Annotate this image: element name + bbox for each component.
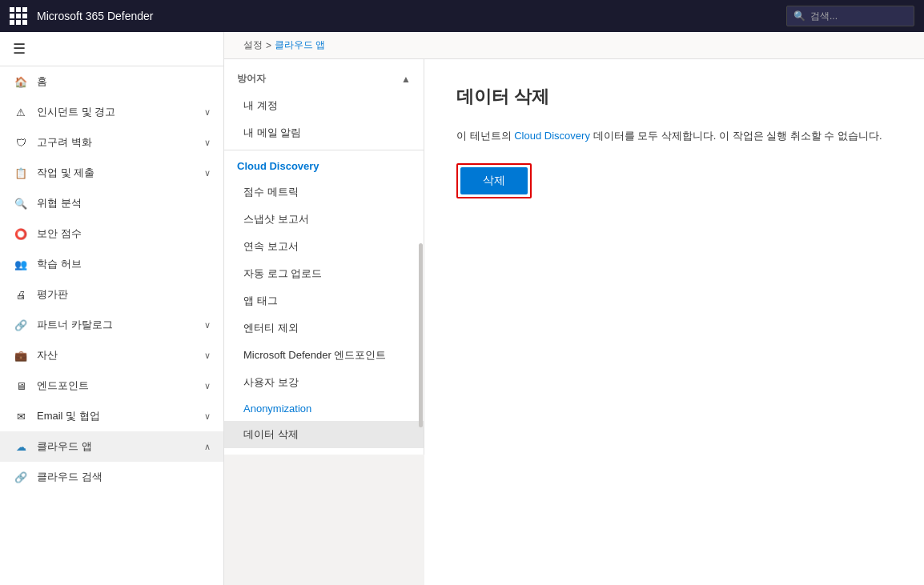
sidebar-label-score: 보안 점수	[37, 226, 211, 241]
defender-label: 방어자	[237, 72, 266, 86]
cloudsearch-icon: 🔗	[13, 469, 29, 485]
sidebar-label-home: 홈	[37, 74, 211, 89]
sidebar-item-task[interactable]: 📋 작업 및 제출 ∨	[0, 158, 223, 188]
app-grid-icon[interactable]	[10, 7, 27, 25]
sidebar-label-endpoint: 엔드포인트	[37, 379, 196, 393]
sidebar-label-task: 작업 및 제출	[37, 166, 196, 180]
breadcrumb-cloud: 클라우드 앱	[275, 38, 325, 52]
sidebar-item-learn[interactable]: 👥 학습 허브	[0, 249, 223, 279]
chevron-down-icon: ∨	[204, 320, 211, 331]
main-layout: ☰ 🏠 홈 ⚠ 인시던트 및 경고 ∨ 🛡 고구려 벽화 ∨ 📋 작업 및 제출…	[0, 32, 924, 585]
topbar: Microsoft 365 Defender 🔍 검색...	[0, 0, 924, 32]
sidebar-item-email[interactable]: ✉ Email 및 협업 ∨	[0, 401, 223, 431]
description-before: 이 테넌트의	[456, 130, 514, 142]
sub-nav-cd-header: Cloud Discovery	[224, 154, 424, 178]
sub-nav-separator	[224, 150, 424, 150]
sub-nav-label-data-delete: 데이터 삭제	[243, 428, 299, 440]
sidebar-label-eval: 평가판	[37, 287, 211, 302]
sidebar-item-cloudapp[interactable]: ☁ 클라우드 앱 ∧	[0, 431, 223, 462]
sub-nav-item-auto-upload[interactable]: 자동 로그 업로드	[224, 260, 424, 287]
app-title: Microsoft 365 Defender	[37, 10, 777, 22]
sub-nav-item-continuous[interactable]: 연속 보고서	[224, 233, 424, 260]
sub-nav-item-anonymization[interactable]: Anonymization	[224, 396, 424, 421]
sub-nav-label-snapshot: 스냅샷 보고서	[243, 213, 309, 225]
sub-nav-item-data-delete[interactable]: 데이터 삭제	[224, 421, 424, 448]
sub-nav-item-exclusion[interactable]: 엔터티 제외	[224, 315, 424, 342]
breadcrumb-settings: 설정	[243, 38, 263, 52]
sidebar-item-eval[interactable]: 🖨 평가판	[0, 279, 223, 310]
sub-nav-label-continuous: 연속 보고서	[243, 240, 299, 252]
sub-nav-item-snapshot[interactable]: 스냅샷 보고서	[224, 206, 424, 233]
sub-nav-item-user-view[interactable]: 사용자 보강	[224, 369, 424, 396]
breadcrumb-separator: >	[266, 40, 271, 51]
threat-icon: 🛡	[13, 134, 29, 150]
sub-nav-item-score-metrics[interactable]: 점수 메트릭	[224, 178, 424, 206]
sidebar-label-threat: 고구려 벽화	[37, 135, 196, 150]
sidebar-item-score[interactable]: ⭕ 보안 점수	[0, 218, 223, 249]
email-icon: ✉	[13, 408, 29, 424]
panel-title: 데이터 삭제	[456, 85, 892, 109]
learn-icon: 👥	[13, 256, 29, 272]
sidebar-item-vuln[interactable]: 🔍 위협 분석	[0, 188, 223, 218]
home-icon: 🏠	[13, 74, 29, 90]
panel-description: 이 테넌트의 Cloud Discovery 데이터를 모두 삭제합니다. 이 …	[456, 128, 892, 144]
sidebar-item-partner[interactable]: 🔗 파트너 카탈로그 ∨	[0, 310, 223, 340]
description-after: 데이터를 모두 삭제합니다. 이 작업은 실행 취소할 수 없습니다.	[590, 130, 882, 142]
cloud-discovery-group-label: Cloud Discovery	[237, 160, 319, 172]
delete-button[interactable]: 삭제	[460, 167, 528, 194]
sub-nav-label-user-view: 사용자 보강	[243, 376, 299, 388]
sub-nav-item-ms-defender[interactable]: Microsoft Defender 엔드포인트	[224, 342, 424, 369]
chevron-down-icon: ∨	[204, 107, 211, 118]
sub-nav-label-ms-defender: Microsoft Defender 엔드포인트	[243, 349, 386, 361]
search-box[interactable]: 🔍 검색...	[786, 6, 914, 26]
chevron-down-icon: ∨	[204, 351, 211, 361]
sub-nav: 방어자 ▲ 내 계정 내 메일 알림 Cloud Discovery	[224, 59, 424, 455]
chevron-up-icon: ∧	[204, 442, 211, 452]
sub-nav-defender-header: 방어자 ▲	[224, 66, 424, 92]
breadcrumb: 설정 > 클라우드 앱	[224, 32, 924, 59]
sub-nav-label-myaccount: 내 계정	[243, 99, 278, 111]
asset-icon: 💼	[13, 347, 29, 363]
sub-nav-label-app-tag: 앱 태그	[243, 295, 278, 307]
sub-nav-label-exclusion: 엔터티 제외	[243, 322, 299, 334]
sub-nav-item-mymail[interactable]: 내 메일 알림	[224, 119, 424, 146]
chevron-down-icon: ∨	[204, 168, 211, 178]
sidebar-item-home[interactable]: 🏠 홈	[0, 66, 223, 97]
cloudapp-icon: ☁	[13, 439, 29, 455]
sidebar-label-learn: 학습 허브	[37, 257, 211, 271]
score-icon: ⭕	[13, 226, 29, 242]
chevron-down-icon: ∨	[204, 138, 211, 148]
search-icon: 🔍	[793, 10, 805, 22]
scrollbar-thumb[interactable]	[419, 243, 423, 427]
sidebar-label-cloudapp: 클라우드 앱	[37, 439, 196, 454]
sidebar-item-incident[interactable]: ⚠ 인시던트 및 경고 ∨	[0, 97, 223, 127]
sub-nav-label-mymail: 내 메일 알림	[243, 126, 301, 138]
sub-nav-item-app-tag[interactable]: 앱 태그	[224, 287, 424, 315]
delete-button-wrapper: 삭제	[456, 163, 532, 198]
sidebar-label-email: Email 및 협업	[37, 409, 196, 423]
sidebar-item-asset[interactable]: 💼 자산 ∨	[0, 340, 223, 371]
incident-icon: ⚠	[13, 104, 29, 120]
eval-icon: 🖨	[13, 286, 29, 303]
chevron-down-icon: ∨	[204, 381, 211, 391]
search-placeholder: 검색...	[810, 10, 838, 23]
vuln-icon: 🔍	[13, 195, 29, 211]
sidebar-item-cloudsearch[interactable]: 🔗 클라우드 검색	[0, 462, 223, 492]
sidebar: ☰ 🏠 홈 ⚠ 인시던트 및 경고 ∨ 🛡 고구려 벽화 ∨ 📋 작업 및 제출…	[0, 32, 224, 585]
sidebar-label-partner: 파트너 카탈로그	[37, 318, 196, 332]
content-area: 설정 > 클라우드 앱 방어자 ▲ 내 계정	[224, 32, 924, 585]
sidebar-item-threat[interactable]: 🛡 고구려 벽화 ∨	[0, 127, 223, 158]
sort-icon[interactable]: ▲	[401, 74, 411, 85]
sub-nav-label-auto-upload: 자동 로그 업로드	[243, 267, 322, 279]
sub-nav-item-myaccount[interactable]: 내 계정	[224, 92, 424, 119]
sidebar-label-asset: 자산	[37, 348, 196, 363]
chevron-down-icon: ∨	[204, 411, 211, 422]
sub-nav-label-anonymization: Anonymization	[243, 403, 311, 415]
sidebar-item-endpoint[interactable]: 🖥 엔드포인트 ∨	[0, 371, 223, 401]
sidebar-toggle[interactable]: ☰	[0, 32, 223, 66]
sidebar-label-incident: 인시던트 및 경고	[37, 105, 196, 119]
sidebar-label-vuln: 위협 분석	[37, 196, 211, 210]
description-link: Cloud Discovery	[514, 130, 590, 142]
task-icon: 📋	[13, 165, 29, 181]
partner-icon: 🔗	[13, 317, 29, 333]
